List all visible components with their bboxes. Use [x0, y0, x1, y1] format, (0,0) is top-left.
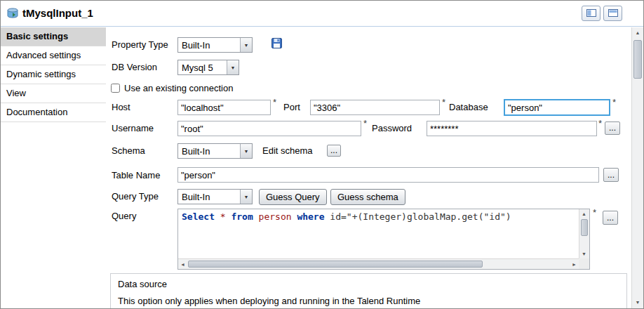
query-required-marker: * — [593, 207, 596, 218]
tab-basic-settings[interactable]: Basic settings — [1, 27, 106, 46]
db-version-label: DB Version — [112, 60, 157, 75]
guess-schema-button[interactable]: Guess schema — [330, 189, 405, 205]
scroll-left-icon[interactable]: ◄ — [178, 260, 187, 269]
table-name-label: Table Name — [112, 168, 160, 183]
chevron-down-icon: ▼ — [244, 43, 249, 48]
password-label: Password — [372, 121, 412, 136]
tab-view[interactable]: View — [1, 84, 106, 103]
tab-documentation[interactable]: Documentation — [1, 103, 106, 122]
username-required-marker: * — [363, 118, 367, 129]
basic-settings-form: Property Type Built-In ▼ DB Version Mysq… — [106, 27, 631, 308]
schema-label: Schema — [112, 143, 145, 159]
chevron-down-icon: ▼ — [244, 195, 249, 199]
password-ellipsis-button[interactable]: ... — [605, 121, 620, 135]
port-input[interactable] — [310, 100, 440, 115]
port-required-marker: * — [442, 97, 445, 107]
settings-tabs-sidebar: Basic settings Advanced settings Dynamic… — [1, 27, 106, 308]
component-title: tMysqlInput_1 — [22, 7, 93, 19]
guess-query-button[interactable]: Guess Query — [259, 189, 327, 205]
layout-horizontal-button[interactable] — [582, 6, 601, 21]
tab-dynamic-settings[interactable]: Dynamic settings — [1, 65, 106, 84]
database-required-marker: * — [612, 97, 616, 107]
query-horizontal-scrollbar[interactable]: ◄ ► — [178, 258, 579, 269]
floppy-disk-icon — [271, 38, 282, 48]
host-input[interactable] — [177, 100, 271, 115]
query-type-value: Built-In — [178, 190, 240, 204]
tab-advanced-settings[interactable]: Advanced settings — [1, 46, 106, 65]
layout-vertical-button[interactable] — [603, 6, 622, 21]
username-input[interactable] — [177, 121, 361, 136]
query-vscroll-thumb[interactable] — [581, 219, 588, 236]
query-text[interactable]: Select * from person where id="+(Integer… — [178, 209, 579, 258]
chevron-down-icon: ▼ — [231, 65, 236, 70]
port-label: Port — [283, 100, 300, 115]
password-input[interactable] — [427, 121, 597, 136]
database-label: Database — [449, 100, 488, 115]
query-label: Query — [112, 209, 136, 224]
query-ellipsis-button[interactable]: ... — [603, 211, 618, 225]
layout-horizontal-icon — [586, 7, 596, 20]
scroll-down-icon[interactable]: ▼ — [579, 249, 589, 258]
data-source-group: Data source This option only applies whe… — [110, 273, 627, 308]
scroll-right-icon[interactable]: ► — [570, 260, 579, 269]
query-hscroll-thumb[interactable] — [188, 261, 483, 268]
table-name-input[interactable] — [177, 167, 599, 183]
query-vertical-scrollbar[interactable]: ▲ ▼ — [579, 209, 589, 258]
data-source-title: Data source — [118, 279, 167, 289]
db-version-select[interactable]: Mysql 5 ▼ — [177, 60, 239, 75]
mysql-input-component-icon — [6, 8, 19, 22]
scrollbar-corner — [579, 258, 589, 269]
use-existing-connection-checkbox[interactable] — [111, 84, 120, 93]
table-name-ellipsis-button[interactable]: ... — [603, 168, 619, 182]
host-label: Host — [112, 100, 130, 115]
username-label: Username — [112, 121, 154, 136]
component-settings-panel: tMysqlInput_1 Basic settings Advanced se… — [0, 0, 644, 309]
password-required-marker: * — [598, 118, 602, 129]
property-type-select[interactable]: Built-In ▼ — [177, 37, 253, 53]
edit-schema-ellipsis-button[interactable]: ... — [327, 145, 341, 157]
panel-vertical-scrollbar[interactable]: ▲ ▼ — [631, 27, 643, 308]
use-existing-connection-label: Use an existing connection — [124, 81, 233, 96]
scroll-down-icon[interactable]: ▼ — [632, 297, 643, 308]
query-editor[interactable]: Select * from person where id="+(Integer… — [177, 209, 590, 270]
layout-vertical-icon — [608, 7, 618, 20]
database-input[interactable] — [504, 100, 610, 115]
query-type-label: Query Type — [112, 189, 159, 204]
scroll-up-icon[interactable]: ▲ — [579, 209, 589, 218]
edit-schema-label: Edit schema — [262, 143, 313, 159]
schema-value: Built-In — [178, 144, 240, 158]
save-property-button[interactable] — [271, 38, 282, 51]
data-source-description: This option only applies when deploying … — [118, 296, 420, 306]
query-type-select[interactable]: Built-In ▼ — [177, 189, 253, 204]
chevron-down-icon: ▼ — [244, 149, 249, 154]
db-version-value: Mysql 5 — [178, 60, 227, 74]
header: tMysqlInput_1 — [1, 1, 643, 27]
host-required-marker: * — [273, 97, 276, 107]
property-type-value: Built-In — [178, 38, 240, 52]
panel-vscroll-thumb[interactable] — [633, 40, 642, 79]
schema-select[interactable]: Built-In ▼ — [177, 143, 253, 159]
scroll-up-icon[interactable]: ▲ — [632, 27, 643, 39]
property-type-label: Property Type — [112, 37, 168, 53]
